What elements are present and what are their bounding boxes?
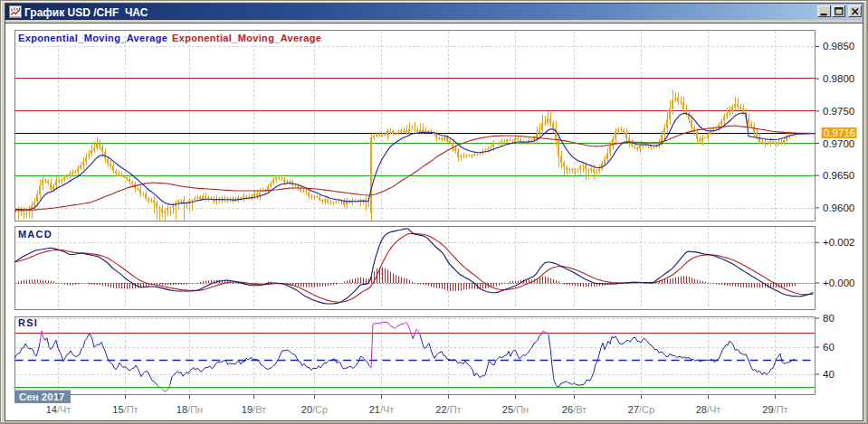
svg-text:15/Пт: 15/Пт <box>112 404 138 415</box>
svg-text:28/Чт: 28/Чт <box>696 404 721 415</box>
svg-text:RSI: RSI <box>18 317 38 328</box>
svg-text:60: 60 <box>823 342 835 353</box>
svg-text:0.9750: 0.9750 <box>823 106 854 117</box>
svg-text:40: 40 <box>823 369 835 380</box>
svg-text:26/Вт: 26/Вт <box>562 404 587 415</box>
svg-text:80: 80 <box>823 313 835 324</box>
svg-text:0.9600: 0.9600 <box>823 203 854 213</box>
svg-text:+0.002: +0.002 <box>823 237 855 248</box>
svg-text:0.9850: 0.9850 <box>823 41 854 52</box>
svg-text:Exponential_Moving_Average: Exponential_Moving_Average <box>18 33 167 43</box>
svg-text:21/Чт: 21/Чт <box>369 404 395 415</box>
svg-text:20/Ср: 20/Ср <box>301 404 328 415</box>
svg-text:0.9700: 0.9700 <box>823 138 854 149</box>
svg-text:График USD /CHF ЧАС: График USD /CHF ЧАС <box>24 6 148 19</box>
svg-text:19/Вт: 19/Вт <box>242 404 266 415</box>
svg-text:22/Пт: 22/Пт <box>435 404 461 415</box>
svg-text:14/Чт: 14/Чт <box>46 404 72 415</box>
svg-text:27/Ср: 27/Ср <box>628 404 654 415</box>
svg-text:0.9650: 0.9650 <box>823 170 854 181</box>
svg-text:0.9716: 0.9716 <box>824 127 855 138</box>
svg-text:18/Пн: 18/Пн <box>176 404 203 415</box>
svg-text:25/Пн: 25/Пн <box>502 404 529 415</box>
svg-text:0.9800: 0.9800 <box>823 73 854 84</box>
svg-text:Exponential_Moving_Average: Exponential_Moving_Average <box>172 33 321 43</box>
svg-text:MACD: MACD <box>18 229 52 240</box>
svg-text:29/Пт: 29/Пт <box>762 404 787 415</box>
svg-text:Сен 2017: Сен 2017 <box>19 391 64 402</box>
svg-text:+0.000: +0.000 <box>823 278 855 288</box>
